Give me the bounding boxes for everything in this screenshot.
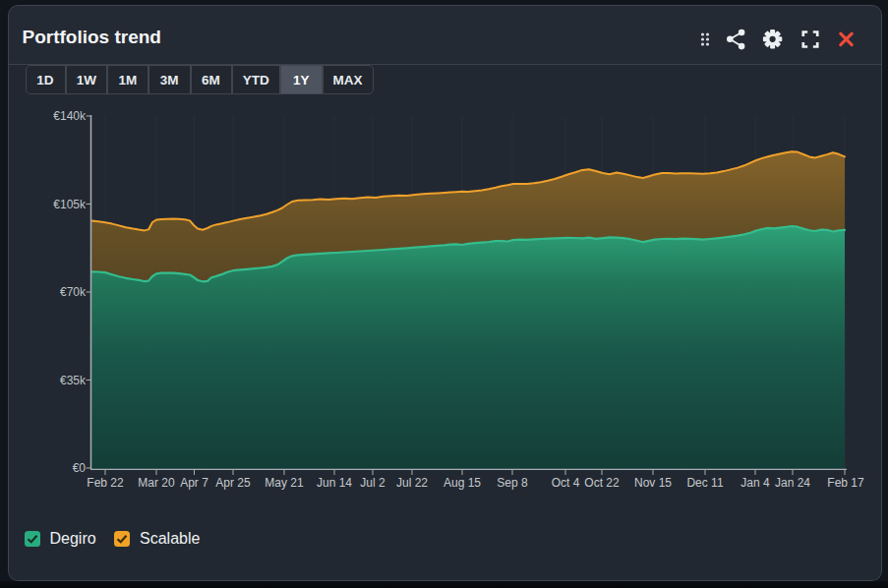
svg-text:Apr 25: Apr 25 bbox=[215, 476, 251, 490]
svg-text:Sep 8: Sep 8 bbox=[497, 476, 528, 490]
svg-text:Aug 15: Aug 15 bbox=[444, 476, 481, 490]
svg-text:€105k: €105k bbox=[53, 198, 87, 211]
svg-text:May 21: May 21 bbox=[265, 476, 304, 490]
svg-text:Jul 2: Jul 2 bbox=[360, 476, 385, 490]
svg-text:Nov 15: Nov 15 bbox=[634, 476, 672, 490]
svg-text:Oct 4: Oct 4 bbox=[552, 476, 580, 490]
svg-text:Jan 24: Jan 24 bbox=[775, 476, 810, 490]
svg-text:Mar 20: Mar 20 bbox=[138, 476, 175, 490]
svg-text:€140k: €140k bbox=[53, 109, 87, 123]
svg-text:Feb 22: Feb 22 bbox=[87, 476, 124, 490]
svg-text:Apr 7: Apr 7 bbox=[180, 476, 208, 490]
svg-text:Jul 22: Jul 22 bbox=[396, 476, 428, 490]
svg-text:€0: €0 bbox=[73, 461, 87, 475]
svg-text:Feb 17: Feb 17 bbox=[827, 476, 864, 490]
svg-text:€70k: €70k bbox=[60, 285, 87, 299]
svg-text:Dec 11: Dec 11 bbox=[686, 476, 723, 490]
svg-text:Jun 14: Jun 14 bbox=[317, 476, 352, 490]
svg-text:€35k: €35k bbox=[60, 374, 87, 387]
svg-text:Oct 22: Oct 22 bbox=[584, 476, 620, 490]
svg-text:Jan 4: Jan 4 bbox=[740, 476, 770, 490]
